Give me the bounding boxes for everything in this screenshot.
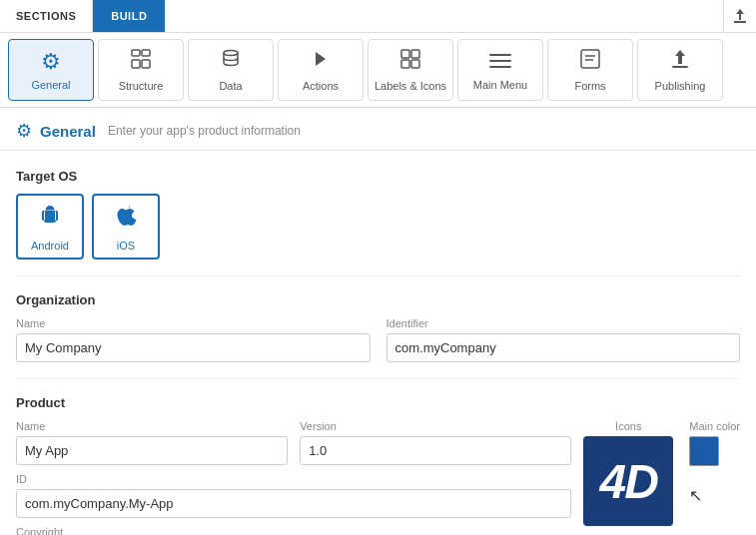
main-color-area: Main color ↖	[689, 420, 740, 505]
product-version-group: Version	[300, 420, 571, 465]
product-name-input[interactable]	[16, 436, 288, 465]
forms-icon	[579, 48, 601, 76]
toolbar-publishing-label: Publishing	[655, 80, 706, 92]
upload-button[interactable]	[723, 0, 756, 33]
svg-rect-11	[489, 60, 511, 62]
svg-rect-10	[489, 54, 511, 56]
svg-rect-13	[581, 50, 599, 68]
android-icon	[36, 202, 64, 236]
product-id-input[interactable]	[16, 489, 571, 518]
product-section-label: Product	[16, 395, 740, 410]
toolbar-main-menu[interactable]: Main Menu	[457, 39, 543, 101]
top-bar: SECTIONS BUILD	[0, 0, 756, 33]
publishing-icon	[669, 48, 691, 76]
section-header-icon: ⚙	[16, 120, 32, 142]
android-button[interactable]: Android	[16, 194, 84, 260]
product-id-group: ID	[16, 473, 571, 518]
os-buttons: Android iOS	[16, 194, 740, 260]
toolbar-general-label: General	[31, 79, 70, 91]
app-icon-preview[interactable]: 4D	[583, 436, 673, 526]
product-copyright-group: Copyright	[16, 526, 571, 535]
content-area: Target OS Android iOS	[0, 151, 756, 535]
toolbar-publishing[interactable]: Publishing	[637, 39, 723, 101]
toolbar-actions[interactable]: Actions	[278, 39, 364, 101]
android-label: Android	[31, 240, 69, 252]
toolbar-forms-label: Forms	[574, 80, 605, 92]
app-icon-text: 4D	[600, 454, 657, 509]
toolbar-main-menu-label: Main Menu	[473, 79, 527, 91]
org-identifier-label: Identifier	[386, 317, 741, 329]
actions-icon	[310, 48, 332, 76]
target-os-label: Target OS	[16, 169, 740, 184]
svg-point-17	[46, 208, 48, 210]
icon-toolbar: ⚙ General Structure Data	[0, 33, 756, 108]
cursor-indicator: ↖	[689, 486, 702, 505]
svg-point-18	[52, 208, 54, 210]
toolbar-structure-label: Structure	[119, 80, 164, 92]
icons-label: Icons	[615, 420, 641, 432]
toolbar-general[interactable]: ⚙ General	[8, 39, 94, 101]
org-name-row: Name Identifier	[16, 317, 740, 362]
svg-rect-8	[401, 60, 409, 68]
build-tab[interactable]: BUILD	[93, 0, 165, 32]
section-description: Enter your app's product information	[108, 124, 301, 138]
target-os-section: Target OS Android iOS	[16, 169, 740, 260]
product-version-label: Version	[300, 420, 571, 432]
org-identifier-input[interactable]	[386, 333, 741, 362]
svg-rect-6	[401, 50, 409, 58]
toolbar-actions-label: Actions	[303, 80, 339, 92]
product-copyright-label: Copyright	[16, 526, 571, 535]
svg-rect-9	[411, 60, 419, 68]
sections-tab[interactable]: SECTIONS	[0, 0, 93, 32]
structure-icon	[130, 48, 152, 76]
svg-rect-4	[142, 60, 150, 68]
ios-button[interactable]: iOS	[92, 194, 160, 260]
toolbar-structure[interactable]: Structure	[98, 39, 184, 101]
section-title: General	[40, 123, 96, 140]
product-id-label: ID	[16, 473, 571, 485]
product-name-group: Name	[16, 420, 288, 465]
toolbar-data[interactable]: Data	[188, 39, 274, 101]
product-icons-area: Icons 4D	[583, 420, 673, 526]
svg-rect-16	[672, 66, 688, 68]
org-name-input[interactable]	[16, 333, 371, 362]
product-name-label: Name	[16, 420, 288, 432]
svg-point-5	[224, 51, 238, 56]
general-icon: ⚙	[41, 49, 61, 75]
main-menu-icon	[489, 49, 511, 75]
organization-label: Organization	[16, 292, 740, 307]
toolbar-labels-icons-label: Labels & Icons	[375, 80, 446, 92]
product-version-input[interactable]	[300, 436, 571, 465]
svg-rect-0	[734, 21, 746, 23]
organization-section: Organization Name Identifier	[16, 275, 740, 362]
main-color-label: Main color	[689, 420, 740, 432]
data-icon	[220, 48, 242, 76]
toolbar-forms[interactable]: Forms	[547, 39, 633, 101]
ios-label: iOS	[117, 240, 135, 252]
ios-icon	[112, 202, 140, 236]
org-name-label: Name	[16, 317, 371, 329]
toolbar-labels-icons[interactable]: Labels & Icons	[368, 39, 453, 101]
org-name-group: Name	[16, 317, 371, 362]
svg-rect-7	[411, 50, 419, 58]
labels-icons-icon	[399, 48, 421, 76]
section-header: ⚙ General Enter your app's product infor…	[0, 108, 756, 151]
main-color-swatch[interactable]	[689, 436, 719, 466]
svg-rect-12	[489, 66, 511, 68]
toolbar-data-label: Data	[219, 80, 242, 92]
product-section: Product Name Version ID	[16, 378, 740, 535]
svg-rect-3	[132, 60, 140, 68]
svg-rect-2	[142, 50, 150, 56]
svg-rect-1	[132, 50, 140, 56]
org-identifier-group: Identifier	[386, 317, 741, 362]
